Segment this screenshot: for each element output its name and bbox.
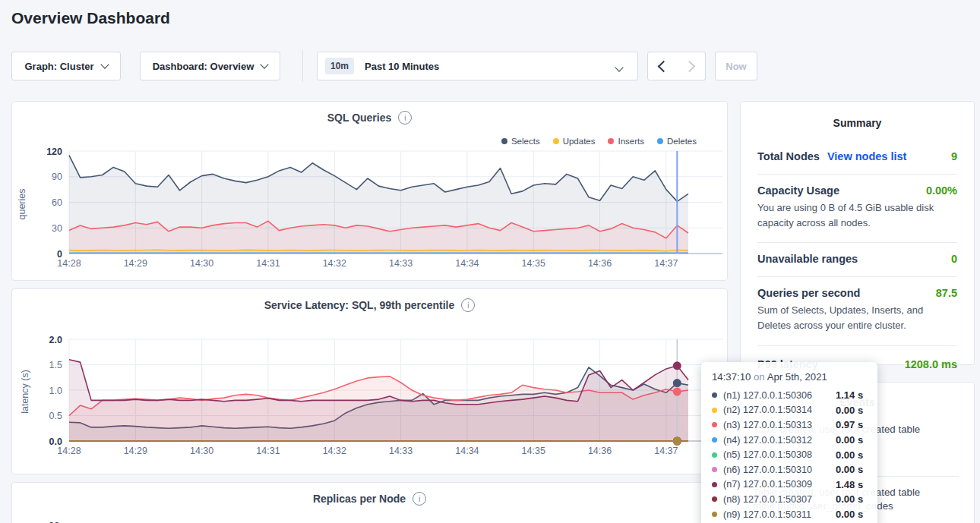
node-address: (n3) 127.0.0.1:50313 xyxy=(723,420,836,430)
tooltip-row-n6: (n6) 127.0.0.1:503100.00 s xyxy=(712,462,867,477)
capacity-usage-label: Capacity Usage xyxy=(757,184,839,197)
dashboard-dropdown[interactable]: Dashboard: Overview xyxy=(140,52,280,80)
node-latency-value: 1.14 s xyxy=(836,389,863,401)
chevron-left-icon xyxy=(657,60,669,72)
p99-latency-value: 1208.0 ms xyxy=(905,358,957,370)
info-icon[interactable]: i xyxy=(413,492,426,506)
x-tick-label: 14:34 xyxy=(455,258,479,269)
node-dot-icon xyxy=(712,452,717,458)
total-nodes-label: Total Nodes xyxy=(757,150,820,162)
page-title: Overview Dashboard xyxy=(11,9,170,27)
x-tick-label: 14:33 xyxy=(389,258,413,269)
summary-row-capacity: Capacity Usage 0.00% xyxy=(757,184,957,197)
x-tick-label: 14:36 xyxy=(588,258,612,269)
node-latency-value: 1.48 s xyxy=(836,479,863,490)
x-tick-label: 14:31 xyxy=(256,446,280,456)
x-tick-label: 14:33 xyxy=(389,446,413,456)
chevron-down-icon xyxy=(615,63,623,71)
node-address: (n8) 127.0.0.1:50307 xyxy=(723,494,836,505)
time-range-badge: 10m xyxy=(325,58,354,74)
node-latency-value: 0.00 s xyxy=(836,493,863,505)
divider xyxy=(757,174,957,175)
capacity-usage-description: You are using 0 B of 4.5 GiB usable disk… xyxy=(757,200,957,231)
node-address: (n2) 127.0.0.1:50314 xyxy=(723,405,836,415)
graph-dropdown-label: Graph: Cluster xyxy=(24,61,93,72)
tooltip-row-n5: (n5) 127.0.0.1:503080.00 s xyxy=(712,447,867,462)
node-dot-icon xyxy=(712,467,717,472)
controls-divider xyxy=(302,50,303,82)
summary-row-qps: Queries per second 87.5 xyxy=(757,287,957,299)
node-address: (n1) 127.0.0.1:50306 xyxy=(723,390,836,401)
queries-per-second-description: Sum of Selects, Updates, Inserts, and De… xyxy=(757,303,957,333)
tooltip-row-n7: (n7) 127.0.0.1:503091.48 s xyxy=(712,477,867,493)
service-latency-plot[interactable]: 14:2814:2914:3014:3114:3214:3314:3414:35… xyxy=(12,289,729,475)
x-tick-label: 14:28 xyxy=(57,446,81,456)
node-address: (n4) 127.0.0.1:50312 xyxy=(723,435,836,446)
tooltip-row-n3: (n3) 127.0.0.1:503130.97 s xyxy=(712,417,867,433)
tooltip-date: Apr 5th, 2021 xyxy=(767,371,827,383)
tooltip-timestamp: 14:37:10 on Apr 5th, 2021 xyxy=(712,371,867,383)
now-button[interactable]: Now xyxy=(715,52,757,80)
tooltip-row-n8: (n8) 127.0.0.1:503070.00 s xyxy=(712,492,867,507)
node-dot-icon xyxy=(712,512,717,517)
x-tick-label: 14:37 xyxy=(654,446,678,456)
y-tick-label: 90 xyxy=(52,172,62,182)
tooltip-preposition: on xyxy=(754,371,765,383)
x-tick-label: 14:35 xyxy=(522,258,545,269)
divider xyxy=(757,345,957,346)
time-range-label: Past 10 Minutes xyxy=(365,61,439,72)
sql-queries-chart-card: SQL Queries i Selects Updates Inserts De… xyxy=(11,101,728,281)
total-nodes-value: 9 xyxy=(951,150,957,162)
x-tick-label: 14:28 xyxy=(57,258,81,269)
node-dot-icon xyxy=(712,408,717,413)
chart-hover-tooltip: 14:37:10 on Apr 5th, 2021 (n1) 127.0.0.1… xyxy=(701,362,877,523)
hover-point-dot xyxy=(673,361,681,370)
y-tick-label: 30 xyxy=(52,223,62,234)
time-next-button[interactable] xyxy=(676,52,706,80)
y-tick-label: 0.0 xyxy=(49,436,62,447)
replicas-per-node-chart-card: Replicas per Node i 30 xyxy=(11,482,728,523)
tooltip-row-n2: (n2) 127.0.0.1:503140.00 s xyxy=(712,403,867,418)
node-dot-icon xyxy=(712,437,717,443)
x-tick-label: 14:30 xyxy=(190,258,213,269)
dashboard-dropdown-label: Dashboard: Overview xyxy=(153,61,254,72)
x-tick-label: 14:37 xyxy=(654,258,678,269)
hover-point-dot xyxy=(673,388,681,396)
node-latency-value: 0.97 s xyxy=(836,419,863,430)
x-tick-label: 14:30 xyxy=(190,446,213,456)
divider xyxy=(757,276,957,277)
node-latency-value: 0.00 s xyxy=(836,464,863,475)
hover-point-dot xyxy=(673,379,681,387)
x-tick-label: 14:34 xyxy=(455,446,479,456)
graph-dropdown[interactable]: Graph: Cluster xyxy=(11,52,121,80)
queries-per-second-value: 87.5 xyxy=(936,287,957,299)
chevron-down-icon xyxy=(261,60,269,68)
y-tick-label: 1.0 xyxy=(49,386,62,396)
node-dot-icon xyxy=(712,422,717,427)
y-tick-label: 1.5 xyxy=(49,360,62,370)
time-prev-button[interactable] xyxy=(647,52,677,80)
node-latency-value: 0.00 s xyxy=(836,405,863,416)
node-latency-value: 0.00 s xyxy=(836,434,863,446)
chevron-right-icon xyxy=(684,60,696,72)
x-tick-label: 14:35 xyxy=(522,446,545,456)
tooltip-row-n4: (n4) 127.0.0.1:503120.00 s xyxy=(712,433,867,448)
node-dot-icon xyxy=(712,496,717,502)
summary-panel: Summary Total Nodes View nodes list 9 Ca… xyxy=(740,101,975,365)
view-nodes-list-link[interactable]: View nodes list xyxy=(827,150,907,162)
sql-queries-plot[interactable]: 14:2814:2914:3014:3114:3214:3314:3414:35… xyxy=(12,102,729,282)
y-tick-label: 60 xyxy=(52,197,62,208)
y-tick-label: 120 xyxy=(46,147,62,157)
time-range-selector[interactable]: 10m Past 10 Minutes xyxy=(317,52,638,80)
x-tick-label: 14:29 xyxy=(124,258,147,269)
service-latency-chart-card: Service Latency: SQL, 99th percentile i … xyxy=(11,288,728,474)
node-latency-value: 0.00 s xyxy=(836,509,863,520)
x-tick-label: 14:29 xyxy=(124,446,147,456)
summary-row-total-nodes: Total Nodes View nodes list 9 xyxy=(757,150,957,162)
summary-row-unavailable-ranges: Unavailable ranges 0 xyxy=(757,253,957,265)
hover-point-dot xyxy=(673,437,681,446)
x-tick-label: 14:31 xyxy=(256,258,280,269)
tooltip-row-n1: (n1) 127.0.0.1:503061.14 s xyxy=(712,388,867,403)
capacity-usage-value: 0.00% xyxy=(926,184,957,197)
node-address: (n9) 127.0.0.1:50311 xyxy=(723,509,836,520)
